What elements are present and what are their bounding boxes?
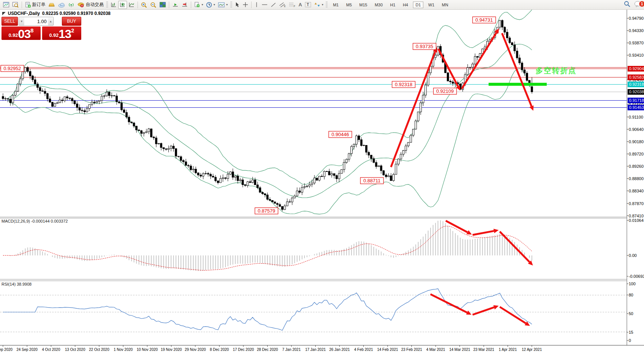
svg-text:0.92952: 0.92952 xyxy=(4,66,21,71)
auto-trading-button[interactable]: 自动交易 xyxy=(76,1,105,9)
zoom-in-button[interactable] xyxy=(139,1,149,9)
timeframe-m1[interactable]: M1 xyxy=(330,1,341,8)
svg-text:4 Feb 2021: 4 Feb 2021 xyxy=(354,348,373,352)
cursor-button[interactable] xyxy=(233,1,241,9)
main-toolbar: 新订单 自动交易 ▾ ▾ ▾ E F A T ▾ xyxy=(0,0,644,10)
buy-price-panel[interactable]: 0.92 13 2 xyxy=(42,26,81,40)
bar-chart-button[interactable] xyxy=(109,1,118,9)
new-order-button[interactable]: 新订单 xyxy=(23,1,47,9)
green-support-bar[interactable] xyxy=(489,83,547,86)
svg-text:15: 15 xyxy=(629,330,633,334)
svg-text:12 Apr 2021: 12 Apr 2021 xyxy=(522,348,542,352)
chart-shift-button[interactable] xyxy=(180,1,189,9)
svg-text:0.92904: 0.92904 xyxy=(629,66,644,71)
svg-text:17 Jan 2021: 17 Jan 2021 xyxy=(305,348,326,352)
svg-text:0.87579: 0.87579 xyxy=(258,208,275,214)
horizontal-line-button[interactable] xyxy=(260,1,269,9)
svg-text:0.92318: 0.92318 xyxy=(629,82,644,87)
svg-text:17 Dec 2020: 17 Dec 2020 xyxy=(233,348,254,352)
svg-text:F: F xyxy=(294,5,295,7)
tile-windows-button[interactable] xyxy=(158,1,167,9)
svg-text:28 Dec 2020: 28 Dec 2020 xyxy=(257,348,278,352)
timeframe-h4[interactable]: H4 xyxy=(400,1,411,8)
vertical-line-button[interactable] xyxy=(253,1,260,9)
cloud-button[interactable] xyxy=(57,1,67,9)
svg-text:0.91453: 0.91453 xyxy=(629,105,644,110)
timeframe-mn[interactable]: MN xyxy=(439,1,451,8)
line-chart-button[interactable] xyxy=(127,1,136,9)
turning-point-text[interactable]: 多空转折点 xyxy=(536,66,577,75)
buy-price-big: 13 xyxy=(59,28,71,40)
chart-title: USDCHF-,Daily 0.92235 0.92590 0.91970 0.… xyxy=(2,11,111,16)
svg-text:0.90180: 0.90180 xyxy=(629,139,644,144)
svg-text:7 Jan 2021: 7 Jan 2021 xyxy=(282,348,301,352)
svg-text:26 Jan 2021: 26 Jan 2021 xyxy=(329,348,350,352)
svg-text:0.01064: 0.01064 xyxy=(629,218,644,223)
svg-text:0.91718: 0.91718 xyxy=(629,98,644,103)
timeframe-w1[interactable]: W1 xyxy=(426,1,437,8)
svg-text:0.88711: 0.88711 xyxy=(363,178,381,183)
svg-text:0.92109: 0.92109 xyxy=(436,88,454,94)
auto-scroll-button[interactable] xyxy=(171,1,180,9)
svg-text:0.94731: 0.94731 xyxy=(476,17,493,23)
svg-text:T: T xyxy=(307,3,309,7)
crosshair-button[interactable] xyxy=(241,1,250,9)
svg-text:100: 100 xyxy=(629,282,635,286)
text-button[interactable]: A xyxy=(297,1,303,9)
svg-text:23 Mar 2021: 23 Mar 2021 xyxy=(473,348,495,352)
signals-button[interactable] xyxy=(67,1,76,9)
auto-trading-icon xyxy=(78,2,85,7)
sell-price-panel[interactable]: 0.92 03 8 xyxy=(1,26,41,40)
notifications-button[interactable]: 1 xyxy=(634,1,642,9)
buy-button[interactable]: BUY xyxy=(62,17,81,26)
profiles-button[interactable] xyxy=(11,1,20,9)
svg-text:0.94330: 0.94330 xyxy=(629,28,644,33)
gold-button[interactable] xyxy=(47,1,57,9)
trendline-button[interactable] xyxy=(269,1,278,9)
timeframe-d1[interactable]: D1 xyxy=(413,1,423,8)
candle-chart-button[interactable] xyxy=(118,1,127,9)
sell-price-small: 0.92 xyxy=(9,32,18,38)
arrows-button[interactable]: ▾ xyxy=(313,1,325,9)
period-button[interactable]: ▾ xyxy=(205,1,217,9)
chart-canvas[interactable]: 0.947900.943300.938700.934100.924900.915… xyxy=(0,0,644,352)
svg-text:0.92038: 0.92038 xyxy=(629,89,644,94)
timeframe-m15[interactable]: M15 xyxy=(357,1,370,8)
timeframe-toolbar: M1M5M15M30H1H4D1W1MN xyxy=(330,1,451,8)
svg-text:0.88340: 0.88340 xyxy=(629,189,644,193)
timeframe-m5[interactable]: M5 xyxy=(344,1,354,8)
sell-button[interactable]: SELL xyxy=(1,17,18,26)
window-icon xyxy=(2,12,6,15)
volume-decrease-button[interactable]: ▼ xyxy=(19,17,24,25)
templates-button[interactable]: ▾ xyxy=(193,1,205,9)
svg-text:0.93410: 0.93410 xyxy=(629,53,644,57)
svg-text:0.93870: 0.93870 xyxy=(629,41,644,45)
svg-text:23 Feb 2021: 23 Feb 2021 xyxy=(401,348,422,352)
svg-text:0.89720: 0.89720 xyxy=(629,152,644,156)
svg-text:0.88800: 0.88800 xyxy=(629,176,644,181)
equidistant-channel-button[interactable]: E xyxy=(278,1,287,9)
volume-increase-button[interactable]: ▲ xyxy=(48,17,53,25)
svg-text:22 Oct 2020: 22 Oct 2020 xyxy=(89,348,110,352)
new-chart-button[interactable] xyxy=(1,1,11,9)
macd-label: MACD(12,26,9) -0.000144 0.003372 xyxy=(1,219,68,223)
svg-text:0.94790: 0.94790 xyxy=(629,16,644,21)
timeframe-h1[interactable]: H1 xyxy=(388,1,398,8)
svg-text:0.87410: 0.87410 xyxy=(629,214,644,218)
svg-text:24 Sep 2020: 24 Sep 2020 xyxy=(16,348,38,352)
notification-badge: 1 xyxy=(639,1,644,7)
sell-price-big: 03 xyxy=(18,28,31,40)
svg-text:29 Nov 2020: 29 Nov 2020 xyxy=(185,348,206,352)
svg-text:13 Oct 2020: 13 Oct 2020 xyxy=(65,348,85,352)
timeframe-m30[interactable]: M30 xyxy=(372,1,385,8)
indicators-button[interactable]: ▾ xyxy=(217,1,229,9)
zoom-out-button[interactable] xyxy=(149,1,158,9)
svg-text:14 Feb 2021: 14 Feb 2021 xyxy=(377,348,398,352)
search-icon[interactable] xyxy=(624,1,631,9)
ohlc-values: 0.92235 0.92590 0.91970 0.92038 xyxy=(42,11,111,16)
rsi-label: RSI(14) 38.9908 xyxy=(1,282,32,286)
fibonacci-button[interactable]: F xyxy=(287,1,297,9)
volume-input[interactable] xyxy=(24,17,48,25)
svg-text:1 Apr 2021: 1 Apr 2021 xyxy=(499,348,517,352)
text-label-button[interactable]: T xyxy=(303,1,313,9)
